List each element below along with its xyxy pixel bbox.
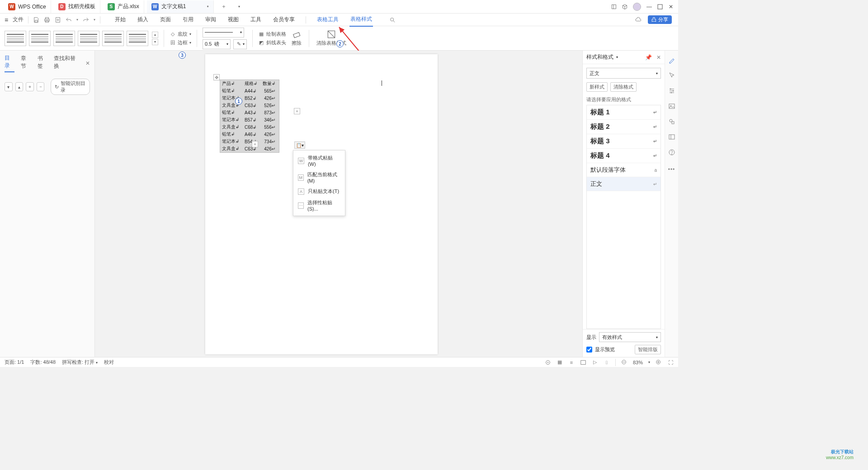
link-icon[interactable]: 𓆝 xyxy=(604,359,610,366)
tab-xlsx[interactable]: S 产品.xlsx xyxy=(103,0,144,13)
style-item[interactable]: 正文↵ xyxy=(587,177,660,191)
menu-icon[interactable]: ≡ xyxy=(5,16,8,24)
line-weight-combo[interactable]: 0.5 磅▾ xyxy=(203,39,231,49)
menu-table-tools[interactable]: 表格工具 xyxy=(316,13,340,26)
zoom-out-icon[interactable] xyxy=(621,359,627,366)
nav-collapse-button[interactable]: ▾ xyxy=(5,82,13,91)
zoom-value[interactable]: 83% xyxy=(633,360,643,365)
layers-icon[interactable] xyxy=(668,133,676,141)
gallery-item[interactable] xyxy=(53,31,75,46)
paste-with-format[interactable]: W带格式粘贴(W) xyxy=(293,152,345,169)
nav-up-button[interactable]: ▴ xyxy=(15,82,24,91)
show-combo[interactable]: 有效样式▾ xyxy=(599,332,661,342)
file-menu[interactable]: 文件 xyxy=(13,16,24,24)
print-icon[interactable] xyxy=(44,17,50,23)
cloud-icon[interactable] xyxy=(635,17,642,23)
tab-dropdown[interactable]: ▾ xyxy=(234,5,245,9)
gallery-item[interactable] xyxy=(78,31,99,46)
style-icon[interactable] xyxy=(668,56,676,64)
nav-tab-chapter[interactable]: 章节 xyxy=(21,55,31,72)
view-outline-icon[interactable]: ≡ xyxy=(568,359,575,366)
menu-view[interactable]: 视图 xyxy=(227,13,240,26)
menu-start[interactable]: 开始 xyxy=(114,13,127,26)
maximize-button[interactable] xyxy=(657,4,663,9)
new-tab-button[interactable]: ＋ xyxy=(217,3,231,10)
border-button[interactable]: 田边框▾ xyxy=(170,39,191,46)
redo-dropdown[interactable]: ▾ xyxy=(94,18,95,22)
pin-icon[interactable]: 📌 xyxy=(645,54,652,61)
table-add-col-handle[interactable]: ＋ xyxy=(294,108,300,114)
shapes-icon[interactable] xyxy=(668,118,676,126)
preview-checkbox[interactable] xyxy=(586,347,592,352)
menu-refs[interactable]: 引用 xyxy=(182,13,194,26)
share-button[interactable]: 凸分享 xyxy=(648,15,672,24)
view-print-icon[interactable]: ▦ xyxy=(557,359,563,366)
current-style-select[interactable]: 正文▾ xyxy=(586,68,661,79)
menu-insert[interactable]: 插入 xyxy=(137,13,149,26)
document-canvas[interactable]: ✥ 产品↲规格↲数量↲铅笔↲A44↲565↵笔记本↲B52↲426↵文具盒↲C6… xyxy=(95,51,582,357)
paste-special[interactable]: ⋯选择性粘贴(S)... xyxy=(293,197,345,214)
nav-tab-bookmark[interactable]: 书签 xyxy=(38,55,47,72)
view-web-icon[interactable] xyxy=(580,359,586,366)
undo-dropdown[interactable]: ▾ xyxy=(76,18,78,22)
more-icon[interactable]: ••• xyxy=(668,165,676,174)
tab-template[interactable]: D 找稻壳模板 xyxy=(54,0,100,13)
panel-icon[interactable] xyxy=(611,4,617,9)
gallery-item[interactable] xyxy=(29,31,51,46)
gallery-down[interactable]: ▾ xyxy=(152,39,158,45)
app-tab[interactable]: W WPS Office xyxy=(4,0,51,13)
select-icon[interactable] xyxy=(668,71,676,80)
erase-button[interactable]: 擦除 xyxy=(290,30,303,47)
style-item[interactable]: 标题 4↵ xyxy=(587,149,660,163)
menu-tools[interactable]: 工具 xyxy=(250,13,262,26)
menu-review[interactable]: 审阅 xyxy=(204,13,217,26)
table-add-row-handle[interactable]: ＋ xyxy=(252,141,258,147)
diag-header-button[interactable]: ◩斜线表头 xyxy=(258,39,286,46)
undo-icon[interactable] xyxy=(66,17,72,23)
gallery-item[interactable] xyxy=(5,31,26,46)
cube-icon[interactable] xyxy=(622,4,627,9)
draw-table-button[interactable]: ▦绘制表格 xyxy=(258,31,286,38)
save-icon[interactable] xyxy=(33,17,39,23)
print-preview-icon[interactable] xyxy=(55,17,61,23)
tab-doc-active[interactable]: W 文字文稿1 • xyxy=(147,0,214,13)
gallery-item[interactable] xyxy=(102,31,124,46)
status-proof[interactable]: 校对 xyxy=(104,359,114,366)
nav-add-button[interactable]: ＋ xyxy=(26,82,34,91)
nav-remove-button[interactable]: － xyxy=(37,82,45,91)
close-button[interactable]: ✕ xyxy=(668,4,674,9)
style-item[interactable]: 标题 2↵ xyxy=(587,120,660,134)
table-move-handle[interactable]: ✥ xyxy=(213,74,220,80)
gallery-item[interactable] xyxy=(127,31,148,46)
status-words[interactable]: 字数: 48/48 xyxy=(30,359,56,366)
search-icon[interactable] xyxy=(389,17,396,23)
nav-tab-toc[interactable]: 目录 xyxy=(5,54,14,72)
avatar[interactable] xyxy=(633,3,641,11)
fullscreen-icon[interactable]: ⛶ xyxy=(667,359,674,366)
image-icon[interactable] xyxy=(668,102,676,110)
style-item[interactable]: 标题 1↵ xyxy=(587,105,660,120)
style-item[interactable]: 标题 3↵ xyxy=(587,134,660,149)
line-style-combo[interactable]: ▾ xyxy=(203,28,244,38)
menu-page[interactable]: 页面 xyxy=(159,13,172,26)
view-read-icon[interactable] xyxy=(545,359,551,366)
nav-tab-find[interactable]: 查找和替换 xyxy=(54,55,79,72)
smart-toc-button[interactable]: ↻智能识别目录 xyxy=(51,79,90,95)
selected-table[interactable]: 产品↲规格↲数量↲铅笔↲A44↲565↵笔记本↲B52↲426↵文具盒↲C63↲… xyxy=(220,80,279,153)
close-icon[interactable]: ✕ xyxy=(656,54,661,61)
paste-text-only[interactable]: A只粘贴文本(T) xyxy=(293,186,345,197)
menu-table-style[interactable]: 表格样式 xyxy=(349,13,373,27)
pen-color-combo[interactable]: ✎▾ xyxy=(233,39,247,49)
zoom-in-icon[interactable] xyxy=(656,359,662,366)
style-item[interactable]: 默认段落字体a xyxy=(587,163,660,177)
paste-options-button[interactable]: 📋▾ xyxy=(294,141,305,149)
settings-icon[interactable] xyxy=(668,87,676,95)
redo-icon[interactable] xyxy=(83,17,89,23)
view-play-icon[interactable]: ▷ xyxy=(592,359,598,366)
paste-match-format[interactable]: M匹配当前格式(M) xyxy=(293,169,345,186)
gallery-up[interactable]: ▴ xyxy=(152,32,158,38)
smart-layout-button[interactable]: 智能排版 xyxy=(635,345,661,354)
shading-button[interactable]: ◇底纹▾ xyxy=(170,31,191,38)
clear-format-button[interactable]: 清除格式 xyxy=(610,82,637,92)
status-page[interactable]: 页面: 1/1 xyxy=(5,359,24,366)
